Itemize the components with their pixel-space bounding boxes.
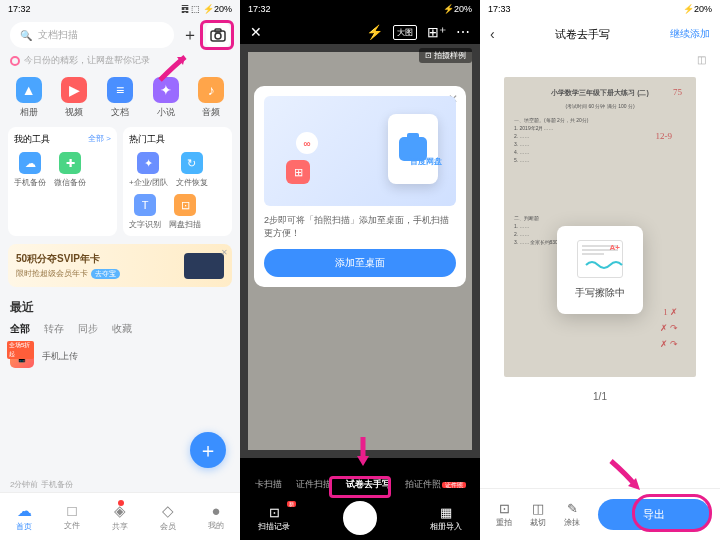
search-input[interactable]: 🔍 文档扫描 xyxy=(10,22,174,48)
nav-icon: ☁ xyxy=(17,502,32,520)
nav-我的[interactable]: ●我的 xyxy=(208,502,224,531)
ring-icon xyxy=(10,56,20,66)
tab-同步[interactable]: 同步 xyxy=(78,322,98,336)
add-desktop-button[interactable]: 添加至桌面 xyxy=(264,249,456,277)
status-bar: 17:33 ⚡20% xyxy=(480,0,720,18)
action-重拍[interactable]: ⊡重拍 xyxy=(490,501,518,528)
card-title: 热门工具 xyxy=(129,133,165,146)
pager: 1/1 xyxy=(480,385,720,408)
nav-首页[interactable]: ☁首页 xyxy=(16,502,32,532)
tool-文字识别[interactable]: T文字识别 xyxy=(129,194,161,230)
status-battery: ⚡20% xyxy=(683,4,712,14)
category-icon: ≡ xyxy=(107,77,133,103)
doc-preview-icon: A+ xyxy=(577,240,623,278)
nav-文件[interactable]: □文件 xyxy=(64,502,80,531)
mode-拍证件照[interactable]: 拍证件照证件照 xyxy=(400,475,471,494)
scan-history-button[interactable]: ⊡扫描记录新 xyxy=(258,505,290,532)
tool-icon: ☁ xyxy=(19,152,41,174)
grid-icon[interactable]: ⊞⁺ xyxy=(427,24,446,40)
category-row: ▲相册▶视频≡文档✦小说♪音频 xyxy=(0,69,240,127)
nav-icon: ● xyxy=(211,502,220,519)
layout-toolbar: ◫ xyxy=(480,50,720,69)
shutter-button[interactable] xyxy=(343,501,377,535)
svip-title: 50积分夺SVIP年卡 xyxy=(16,252,178,266)
album-import-button[interactable]: ▦相册导入 xyxy=(430,505,462,532)
screen-home: 17:32 ䷺ ⬚ ⚡20% 🔍 文档扫描 ＋ 今日份的精彩，让网盘帮你记录 ▲… xyxy=(0,0,240,540)
tool-+企业/团队[interactable]: ✦+企业/团队 xyxy=(129,152,168,188)
flash-icon[interactable]: ⚡ xyxy=(366,24,383,40)
layout-icon[interactable]: ◫ xyxy=(697,54,706,65)
nav-label: 我的 xyxy=(208,520,224,531)
tool-label: +企业/团队 xyxy=(129,177,168,188)
baidu-pan-label: 百度网盘 xyxy=(410,156,442,167)
search-icon: 🔍 xyxy=(20,30,32,41)
nav-label: 首页 xyxy=(16,521,32,532)
category-文档[interactable]: ≡文档 xyxy=(107,77,133,119)
item-icon: 📱全场5折起 xyxy=(10,344,34,368)
tool-icon: ✦ xyxy=(137,152,159,174)
search-placeholder: 文档扫描 xyxy=(38,28,78,42)
tool-label: 文字识别 xyxy=(129,219,161,230)
modal-illustration: ∞ ⊞ 百度网盘 xyxy=(264,96,456,206)
item-label: 手机上传 xyxy=(42,350,78,363)
nav-会员[interactable]: ◇会员 xyxy=(160,502,176,532)
tab-全部[interactable]: 全部 xyxy=(10,322,30,336)
action-icon: ⊡ xyxy=(499,501,510,516)
highlight-mode xyxy=(329,476,391,498)
action-label: 涂抹 xyxy=(564,517,580,528)
svip-subtitle: 限时抢超级会员年卡 xyxy=(16,268,88,279)
add-shortcut-modal: ✕ ∞ ⊞ 百度网盘 2步即可将「拍照扫描」添加至桌面，手机扫描更方便！ 添加至… xyxy=(254,86,466,287)
fab-add[interactable]: ＋ xyxy=(190,432,226,468)
tool-手机备份[interactable]: ☁手机备份 xyxy=(14,152,46,188)
album-icon: ▦ xyxy=(440,505,452,520)
list-item[interactable]: 📱全场5折起 手机上传 xyxy=(0,338,240,374)
arrow-to-camera xyxy=(155,45,195,85)
add-icon[interactable]: ＋ xyxy=(182,25,198,46)
apps-icon: ⊞ xyxy=(286,160,310,184)
hd-icon[interactable]: 大图 xyxy=(393,25,417,40)
nav-icon: □ xyxy=(67,502,76,519)
continue-add-button[interactable]: 继续添加 xyxy=(670,27,710,41)
new-badge: 新 xyxy=(287,501,296,507)
all-link[interactable]: 全部 > xyxy=(88,133,111,146)
action-label: 重拍 xyxy=(496,517,512,528)
category-相册[interactable]: ▲相册 xyxy=(16,77,42,119)
tools-cards: 我的工具全部 > ☁手机备份✚微信备份 热门工具 ✦+企业/团队↻文件恢复 T文… xyxy=(0,127,240,236)
back-icon[interactable]: ‹ xyxy=(490,26,495,42)
svip-banner[interactable]: 50积分夺SVIP年卡 限时抢超级会员年卡去夺宝 ✕ xyxy=(8,244,232,287)
tool-icon: ↻ xyxy=(181,152,203,174)
action-涂抹[interactable]: ✎涂抹 xyxy=(558,501,586,528)
scanner-bottom: ⊡扫描记录新 ▦相册导入 xyxy=(240,496,480,540)
mode-卡扫描[interactable]: 卡扫描 xyxy=(250,475,287,494)
banner-text: 今日份的精彩，让网盘帮你记录 xyxy=(0,52,240,69)
tool-网盘扫描[interactable]: ⊡网盘扫描 xyxy=(169,194,201,230)
tool-文件恢复[interactable]: ↻文件恢复 xyxy=(176,152,208,188)
tab-收藏[interactable]: 收藏 xyxy=(112,322,132,336)
baidu-logo-icon: ∞ xyxy=(296,132,318,154)
category-label: 小说 xyxy=(157,106,175,119)
category-音频[interactable]: ♪音频 xyxy=(198,77,224,119)
handwriting: ✗ ↷ xyxy=(660,339,678,349)
close-icon[interactable]: ✕ xyxy=(250,24,262,40)
close-icon[interactable]: ✕ xyxy=(221,248,228,257)
svg-marker-4 xyxy=(357,456,369,466)
tool-label: 手机备份 xyxy=(14,177,46,188)
tool-微信备份[interactable]: ✚微信备份 xyxy=(54,152,86,188)
highlight-export xyxy=(632,494,712,532)
erase-header: ‹ 试卷去手写 继续添加 xyxy=(480,18,720,50)
modal-text: 2步即可将「拍照扫描」添加至桌面，手机扫描更方便！ xyxy=(264,214,456,239)
category-icon: ▶ xyxy=(61,77,87,103)
tab-转存[interactable]: 转存 xyxy=(44,322,64,336)
svip-chip[interactable]: 去夺宝 xyxy=(91,269,120,279)
recent-tabs: 全部转存同步收藏 xyxy=(0,320,240,338)
action-裁切[interactable]: ◫裁切 xyxy=(524,501,552,528)
status-bar: 17:32 ⚡20% xyxy=(240,0,480,18)
sample-button[interactable]: ⊡ 拍摄样例 xyxy=(419,48,472,63)
arrow-to-mode xyxy=(355,432,395,472)
more-icon[interactable]: ⋯ xyxy=(456,24,470,40)
arrow-to-export xyxy=(606,456,646,496)
nav-共享[interactable]: ◈共享 xyxy=(112,502,128,532)
svip-image xyxy=(184,253,224,279)
category-视频[interactable]: ▶视频 xyxy=(61,77,87,119)
tool-label: 文件恢复 xyxy=(176,177,208,188)
